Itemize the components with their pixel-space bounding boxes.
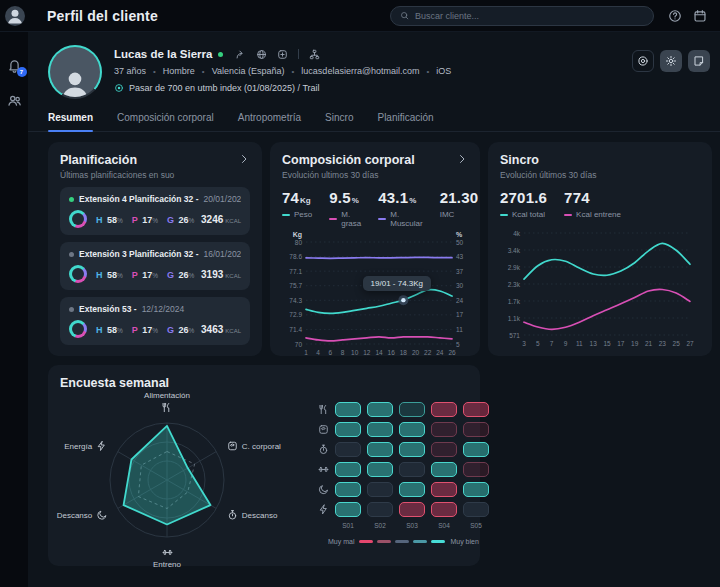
- main-content: Lucas de la Sierra 37 años•Hombre•Valenc…: [28, 32, 720, 587]
- client-meta-item: 37 años: [114, 66, 146, 76]
- svg-text:70: 70: [295, 341, 303, 348]
- radar-axis-right-1: C. corporal: [227, 440, 281, 451]
- tab-planificacion[interactable]: Planificación: [377, 112, 433, 131]
- page-title: Perfil del cliente: [47, 8, 158, 24]
- stat-label: Kcal entrene: [576, 210, 621, 219]
- donut-gauge-icon: [637, 55, 649, 67]
- stat-kcal-entrene: 774 Kcal entrene: [564, 189, 621, 219]
- metrics-button[interactable]: [632, 50, 654, 72]
- hierarchy-icon[interactable]: [309, 49, 320, 60]
- tab-sincro[interactable]: Sincro: [325, 112, 353, 131]
- calendar-button[interactable]: [693, 9, 707, 23]
- carbs-value: 58: [107, 270, 117, 280]
- planning-item[interactable]: Extensión 4 Planificación 32 - 20/01/202…: [60, 187, 250, 235]
- stat-muscular: 43.1% M. Muscular: [378, 189, 422, 228]
- planning-item[interactable]: Extensión 3 Planificación 32 - 16/01/202…: [60, 242, 250, 290]
- divider: [298, 49, 299, 59]
- card-subtitle: Últimas planificaciones en suo: [60, 170, 250, 180]
- lightning-icon: [318, 504, 329, 515]
- svg-text:2.3k: 2.3k: [508, 281, 521, 288]
- svg-text:30: 30: [456, 282, 464, 289]
- survey-cell: [367, 422, 393, 437]
- svg-text:24: 24: [436, 349, 444, 356]
- sidebar: 7: [0, 32, 28, 587]
- svg-text:14: 14: [375, 349, 383, 356]
- kcal-value: 3463: [201, 324, 223, 335]
- radar-axis-top-0: Alimentación: [144, 391, 190, 413]
- protein-label: P: [132, 270, 140, 280]
- macros: H 58% P 17% G 26%: [96, 269, 194, 280]
- radar-axis-label: Entreno: [153, 560, 181, 569]
- stat-value: 21.30: [440, 189, 479, 206]
- search-icon: [400, 11, 409, 20]
- svg-text:3: 3: [522, 340, 526, 347]
- meta-separator: •: [292, 67, 295, 76]
- globe-icon[interactable]: [256, 49, 267, 60]
- svg-text:16: 16: [388, 349, 396, 356]
- survey-cell: [399, 402, 425, 417]
- svg-text:9: 9: [564, 340, 568, 347]
- kcal-value: 3193: [201, 269, 223, 280]
- status-dot: [69, 197, 74, 202]
- plan-date: 12/12/2024: [142, 304, 185, 314]
- integrations-button[interactable]: [660, 50, 682, 72]
- plan-name: Extensión 53 -: [79, 304, 137, 314]
- client-search[interactable]: [390, 6, 654, 26]
- svg-text:17: 17: [456, 311, 464, 318]
- search-input[interactable]: [415, 11, 644, 21]
- chevron-right-icon[interactable]: [456, 153, 468, 165]
- body-evolution-chart: 19/01 - 74.3Kg 805078.64377.13775.73074.…: [282, 230, 468, 358]
- clients-button[interactable]: [7, 93, 22, 108]
- share-arrow-icon[interactable]: [235, 49, 246, 60]
- stopwatch-icon: [227, 509, 238, 520]
- user-avatar[interactable]: [5, 6, 25, 26]
- protein-label: P: [132, 325, 140, 335]
- svg-text:25: 25: [673, 340, 681, 347]
- help-button[interactable]: [668, 9, 682, 23]
- plan-name: Extensión 4 Planificación 32 -: [79, 194, 199, 204]
- chevron-right-icon[interactable]: [238, 153, 250, 165]
- radar-axis-left-5: Energía: [64, 440, 107, 451]
- fat-label: G: [167, 270, 177, 280]
- planning-item[interactable]: Extensión 53 - 12/12/2024 H 58% P 17% G …: [60, 297, 250, 345]
- goal-text: Pasar de 700 en utmb index (01/08/2025) …: [129, 83, 320, 93]
- svg-text:571: 571: [509, 332, 520, 339]
- svg-text:1.7k: 1.7k: [508, 298, 521, 305]
- tab-antropometria[interactable]: Antropometría: [238, 112, 301, 131]
- body-scale-icon: [318, 424, 329, 435]
- percent-sign: %: [152, 272, 158, 279]
- meta-separator: •: [427, 67, 430, 76]
- svg-text:7: 7: [550, 340, 554, 347]
- sync-evolution-chart: 4k3.4k2.9k2.3k1.7k1.1k571357911131517192…: [500, 221, 700, 349]
- carbs-value: 58: [107, 325, 117, 335]
- svg-text:23: 23: [659, 340, 667, 347]
- planning-card: Planificación Últimas planificaciones en…: [48, 142, 262, 356]
- percent-sign: %: [188, 327, 194, 334]
- client-avatar[interactable]: [50, 47, 100, 97]
- plan-date: 20/01/2025: [204, 194, 241, 204]
- tabs: ResumenComposición corporalAntropometría…: [28, 99, 720, 132]
- health-plus-icon[interactable]: [277, 49, 288, 60]
- survey-cell: [399, 422, 425, 437]
- fork-knife-icon: [162, 402, 173, 413]
- series-color-dash: [500, 214, 508, 216]
- percent-sign: %: [188, 272, 194, 279]
- tab-composicion-corporal[interactable]: Composición corporal: [117, 112, 214, 131]
- tab-resumen[interactable]: Resumen: [48, 112, 93, 131]
- radar-axis-label: Alimentación: [144, 391, 190, 400]
- survey-cell: [463, 502, 489, 517]
- survey-cell: [463, 462, 489, 477]
- radar-axis-left-4: Descanso: [57, 509, 108, 520]
- macro-donut-icon: [69, 265, 87, 283]
- stat-value: 9.5: [329, 189, 350, 206]
- svg-text:5: 5: [536, 340, 540, 347]
- stat-label: Kcal total: [512, 210, 545, 219]
- notes-button[interactable]: [688, 50, 710, 72]
- percent-sign: %: [188, 217, 194, 224]
- survey-cell: [431, 402, 457, 417]
- card-subtitle: Evolución últimos 30 días: [500, 170, 700, 180]
- series-color-dash: [564, 214, 572, 216]
- body-scale-icon: [227, 440, 238, 451]
- notifications-button[interactable]: 7: [7, 58, 22, 73]
- survey-row: [318, 422, 489, 437]
